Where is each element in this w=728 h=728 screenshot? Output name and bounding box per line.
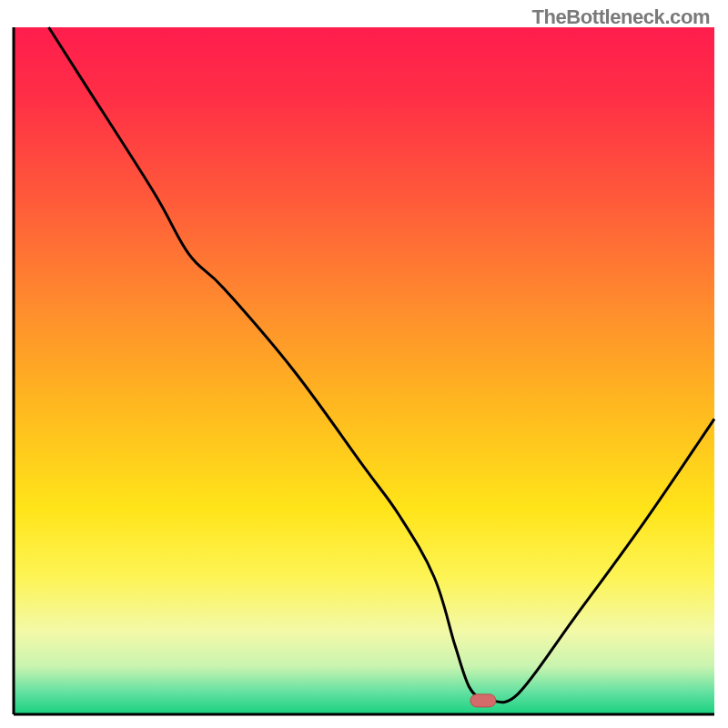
optimal-point-marker (470, 694, 496, 707)
watermark-text: TheBottleneck.com (532, 5, 710, 29)
bottleneck-chart (0, 0, 728, 728)
chart-background-gradient (14, 27, 714, 714)
